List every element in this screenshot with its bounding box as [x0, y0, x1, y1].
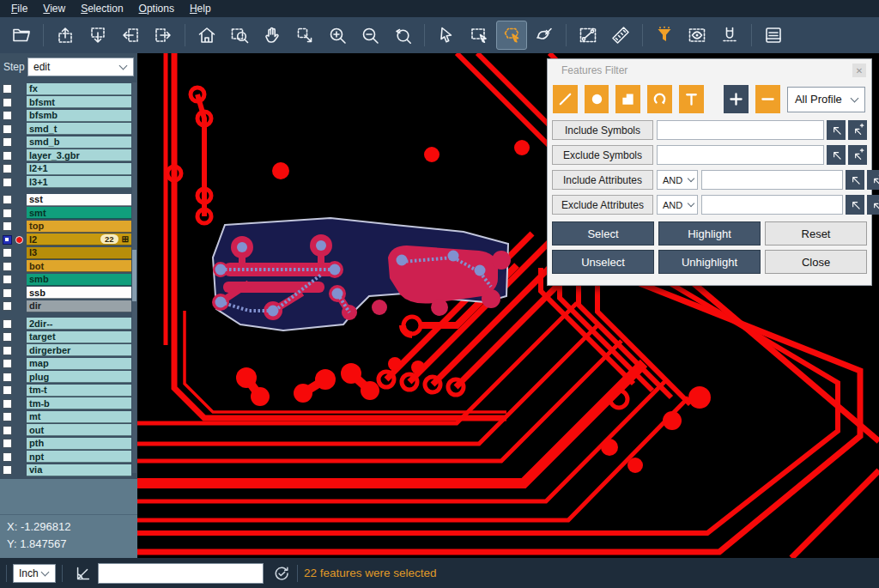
layer-active-indicator[interactable]	[12, 451, 27, 464]
tool-line-button[interactable]	[553, 85, 578, 113]
layer-checkbox[interactable]	[3, 235, 12, 245]
layer-active-indicator[interactable]	[12, 193, 27, 206]
include-attributes-input[interactable]	[701, 170, 843, 190]
layer-scrollbar-thumb[interactable]	[132, 250, 136, 301]
layer-name-bar[interactable]: sst	[27, 194, 131, 206]
pick-from-canvas-button[interactable]	[827, 145, 846, 165]
layer-row-l2+1[interactable]: l2+1	[0, 162, 131, 176]
select-rect-button[interactable]	[464, 21, 494, 50]
layer-checkbox[interactable]	[3, 359, 12, 368]
layer-name-bar[interactable]: fx	[27, 83, 131, 95]
menu-options[interactable]: Options	[131, 0, 182, 17]
layer-checkbox[interactable]	[3, 209, 12, 218]
pick-add-button[interactable]	[848, 120, 867, 140]
exclude-symbols-input[interactable]	[657, 145, 824, 165]
layer-name-bar[interactable]: 2dir--	[27, 318, 131, 330]
layer-checkbox[interactable]	[3, 332, 12, 342]
layer-row-smt[interactable]: smt	[0, 207, 131, 221]
layer-name-bar[interactable]: smb	[27, 274, 131, 286]
layer-active-indicator[interactable]	[12, 344, 27, 357]
layer-active-indicator[interactable]	[12, 357, 27, 370]
layer-row-dir[interactable]: dir	[0, 300, 131, 313]
layer-row-mt[interactable]: mt	[0, 410, 131, 424]
layer-name-bar[interactable]: l2+1	[27, 163, 131, 175]
layer-checkbox[interactable]	[3, 385, 12, 395]
layer-active-indicator[interactable]	[12, 371, 27, 384]
pan-up-button[interactable]	[50, 21, 81, 50]
layer-name-bar[interactable]: bot	[27, 260, 131, 272]
layer-checkbox[interactable]	[3, 98, 12, 107]
pick-from-canvas-button[interactable]	[846, 195, 864, 215]
dialog-header[interactable]: Features Filter ✕	[548, 59, 871, 82]
clear-highlight-brush-button[interactable]	[529, 21, 560, 50]
layer-active-indicator[interactable]	[12, 233, 27, 246]
layer-checkbox[interactable]	[3, 84, 12, 94]
tool-text-button[interactable]	[679, 85, 704, 113]
snap-mode-button[interactable]	[714, 21, 745, 50]
pick-add-button[interactable]	[867, 170, 879, 190]
layer-active-indicator[interactable]	[12, 149, 27, 162]
layer-checkbox[interactable]	[3, 373, 12, 382]
layer-row-l3[interactable]: l3	[0, 246, 131, 260]
layer-active-indicator[interactable]	[12, 300, 27, 312]
select-button[interactable]: Select	[552, 221, 654, 246]
include-symbols-button[interactable]: Include Symbols	[552, 120, 653, 140]
layer-name-bar[interactable]: target	[27, 331, 131, 343]
view-options-button[interactable]	[682, 21, 712, 50]
layer-row-l3+1[interactable]: l3+1	[0, 176, 131, 190]
layer-active-indicator[interactable]	[12, 397, 27, 410]
menu-file[interactable]: File	[3, 0, 35, 17]
layer-active-indicator[interactable]	[12, 384, 27, 397]
layer-active-indicator[interactable]	[12, 176, 27, 189]
layer-row-plug[interactable]: plug	[0, 371, 131, 385]
layer-name-bar[interactable]: pth	[27, 438, 131, 450]
tool-minus-button[interactable]	[755, 85, 780, 113]
tool-pad-button[interactable]	[585, 85, 609, 113]
layer-name-bar[interactable]: smt	[27, 207, 131, 219]
layer-name-bar[interactable]: map	[27, 358, 131, 370]
layer-row-bfsmt[interactable]: bfsmt	[0, 96, 131, 110]
layer-checkbox[interactable]	[3, 426, 12, 435]
layer-active-indicator[interactable]	[12, 410, 27, 423]
layer-checkbox[interactable]	[3, 301, 12, 311]
layer-checkbox[interactable]	[3, 248, 12, 258]
layer-name-bar[interactable]: tm-b	[27, 397, 131, 409]
layer-active-indicator[interactable]	[12, 424, 27, 437]
layer-row-2dir--[interactable]: 2dir--	[0, 318, 131, 331]
menu-selection[interactable]: Selection	[73, 0, 130, 17]
layer-checkbox[interactable]	[3, 164, 12, 173]
layer-row-sst[interactable]: sst	[0, 193, 131, 207]
angle-measure-icon[interactable]	[74, 564, 93, 583]
zoom-previous-button[interactable]	[387, 21, 418, 50]
layer-name-bar[interactable]: npt	[27, 451, 131, 463]
layer-row-map[interactable]: map	[0, 357, 131, 371]
layer-active-indicator[interactable]	[12, 437, 27, 450]
layer-row-dirgerber[interactable]: dirgerber	[0, 344, 131, 358]
layer-active-indicator[interactable]	[12, 96, 27, 109]
tool-plus-button[interactable]	[724, 85, 749, 113]
and-or-select[interactable]: AND	[657, 195, 698, 215]
layer-active-indicator[interactable]	[12, 136, 27, 149]
layer-row-via[interactable]: via	[0, 464, 131, 477]
layer-active-indicator[interactable]	[12, 464, 27, 476]
layer-name-bar[interactable]: l222⊞	[27, 233, 131, 246]
layer-active-indicator[interactable]	[12, 220, 27, 233]
close-button[interactable]: Close	[765, 250, 867, 274]
layer-checkbox[interactable]	[3, 195, 12, 204]
pan-hand-button[interactable]	[257, 21, 288, 50]
layer-checkbox[interactable]	[3, 111, 12, 120]
layer-checkbox[interactable]	[3, 178, 12, 187]
layer-row-npt[interactable]: npt	[0, 451, 131, 464]
open-file-button[interactable]	[6, 21, 37, 50]
select-cursor-button[interactable]	[431, 21, 462, 50]
layer-checkbox[interactable]	[3, 151, 12, 161]
layer-name-bar[interactable]: l3+1	[27, 176, 131, 188]
zoom-window-button[interactable]	[224, 21, 255, 50]
refresh-check-icon[interactable]	[272, 564, 291, 583]
and-or-select[interactable]: AND	[657, 170, 698, 190]
layer-name-bar[interactable]: layer_3.gbr	[27, 149, 131, 161]
layer-name-bar[interactable]: via	[27, 464, 131, 476]
layer-active-indicator[interactable]	[12, 246, 27, 259]
reset-button[interactable]: Reset	[765, 221, 867, 246]
profile-select[interactable]: All Profile	[787, 87, 865, 112]
